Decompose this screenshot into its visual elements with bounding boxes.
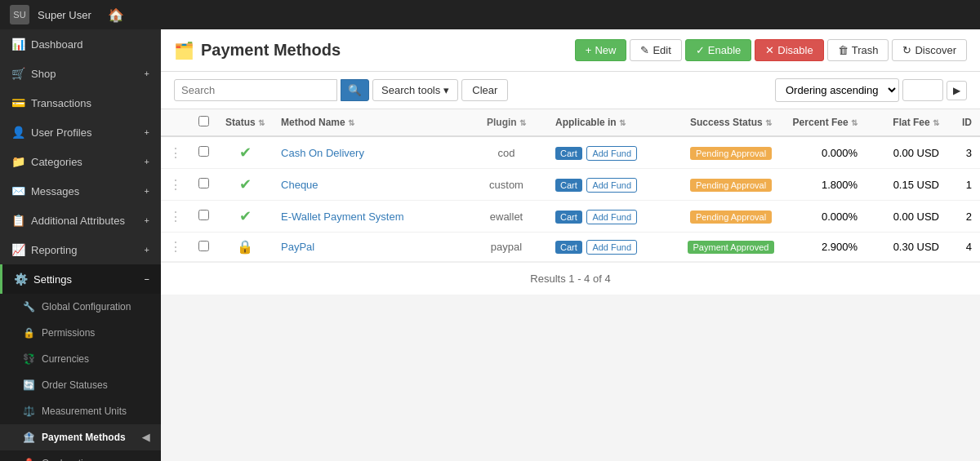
row-applicable-cell: Cart Add Fund: [547, 233, 678, 262]
method-name-link[interactable]: Cheque: [281, 179, 318, 191]
sidebar-item-additional-attributes[interactable]: 📋 Additional Attributes +: [0, 206, 161, 235]
col-header-check[interactable]: [190, 109, 217, 136]
method-name-link[interactable]: PayPal: [281, 241, 314, 253]
clear-button[interactable]: Clear: [461, 79, 508, 101]
sidebar: 📊 Dashboard 🛒 Shop + 💳 Transactions 👤 Us…: [0, 29, 161, 461]
col-header-applicable[interactable]: Applicable in ⇅: [547, 109, 678, 136]
row-success-status-cell: Payment Approved: [678, 233, 784, 262]
addfund-badge[interactable]: Add Fund: [586, 146, 637, 161]
status-enabled-icon: ✔: [239, 208, 252, 224]
row-checkbox-cell[interactable]: [190, 169, 217, 201]
row-checkbox[interactable]: [198, 241, 209, 251]
row-applicable-cell: Cart Add Fund: [547, 136, 678, 169]
messages-icon: ✉️: [11, 184, 24, 197]
drag-handle[interactable]: ⋮: [161, 169, 190, 201]
toolbar-buttons: + New ✎ Edit ✓ Enable ✕ Disable 🗑 Tra: [575, 39, 967, 61]
row-checkbox[interactable]: [198, 178, 209, 188]
cart-badge[interactable]: Cart: [555, 147, 582, 160]
addfund-badge[interactable]: Add Fund: [586, 178, 637, 193]
row-id-value: 3: [966, 147, 972, 159]
row-checkbox[interactable]: [198, 146, 209, 157]
sidebar-item-categories[interactable]: 📁 Categories +: [0, 147, 161, 176]
trash-button[interactable]: 🗑 Trash: [827, 39, 889, 61]
search-input[interactable]: [174, 79, 337, 101]
col-header-percent-fee[interactable]: Percent Fee ⇅: [784, 109, 866, 136]
row-checkbox[interactable]: [198, 210, 209, 220]
sort-icon: ⇅: [851, 118, 858, 127]
sidebar-item-label: Shop: [31, 68, 56, 80]
trash-icon: 🗑: [838, 44, 849, 56]
payment-methods-table: Status ⇅ Method Name ⇅ Plugin ⇅ Applic: [161, 109, 980, 262]
sidebar-item-transactions[interactable]: 💳 Transactions: [0, 88, 161, 117]
row-applicable-cell: Cart Add Fund: [547, 169, 678, 201]
drag-handle[interactable]: ⋮: [161, 136, 190, 169]
transactions-icon: 💳: [11, 96, 24, 109]
sidebar-item-messages[interactable]: ✉️ Messages +: [0, 176, 161, 206]
per-page-input[interactable]: 20: [902, 79, 943, 101]
edit-button[interactable]: ✎ Edit: [630, 39, 681, 61]
row-plugin-cell: paypal: [466, 233, 547, 262]
check-all-checkbox[interactable]: [198, 116, 209, 126]
method-name-link[interactable]: E-Wallet Payment System: [281, 211, 404, 223]
sidebar-item-user-profiles[interactable]: 👤 User Profiles +: [0, 117, 161, 147]
per-page-go-button[interactable]: ▶: [947, 81, 967, 100]
topbar-username: Super User: [38, 9, 91, 21]
sidebar-item-label: Reporting: [31, 244, 77, 256]
row-checkbox-cell[interactable]: [190, 201, 217, 233]
method-name-link[interactable]: Cash On Delivery: [281, 147, 364, 159]
sidebar-sub-item-geolocations[interactable]: 📍 Geolocations: [0, 450, 161, 461]
row-id-value: 4: [966, 241, 972, 253]
sidebar-item-dashboard[interactable]: 📊 Dashboard: [0, 29, 161, 59]
col-header-method-name[interactable]: Method Name ⇅: [273, 109, 466, 136]
search-tools-button[interactable]: Search tools ▾: [372, 79, 458, 101]
addfund-badge[interactable]: Add Fund: [586, 210, 637, 224]
row-checkbox-cell[interactable]: [190, 233, 217, 262]
expand-icon: +: [145, 245, 149, 255]
row-applicable-cell: Cart Add Fund: [547, 201, 678, 233]
col-header-success-status[interactable]: Success Status ⇅: [678, 109, 784, 136]
sidebar-item-settings[interactable]: ⚙️ Settings −: [0, 264, 161, 294]
sidebar-sub-item-global-configuration[interactable]: 🔧 Global Configuration: [0, 294, 161, 320]
col-header-id[interactable]: ID: [947, 109, 980, 136]
currencies-icon: 💱: [23, 353, 35, 365]
cart-badge[interactable]: Cart: [555, 241, 582, 254]
new-button[interactable]: + New: [575, 39, 627, 61]
sidebar-item-label: Settings: [33, 273, 72, 286]
row-checkbox-cell[interactable]: [190, 136, 217, 169]
flat-fee-value: 0.00 USD: [893, 147, 939, 159]
enable-button[interactable]: ✓ Enable: [685, 39, 751, 61]
topbar: SU Super User 🏠: [0, 0, 980, 29]
sidebar-sub-item-payment-methods[interactable]: 🏦 Payment Methods ◀: [0, 424, 161, 450]
row-method-name-cell: PayPal: [273, 233, 466, 262]
discover-button[interactable]: ↻ Discover: [892, 39, 967, 61]
disable-button[interactable]: ✕ Disable: [755, 39, 823, 61]
row-status-cell: ✔: [217, 169, 273, 201]
sidebar-sub-item-order-statuses[interactable]: 🔄 Order Statuses: [0, 372, 161, 398]
col-header-flat-fee[interactable]: Flat Fee ⇅: [866, 109, 947, 136]
sidebar-sub-item-currencies[interactable]: 💱 Currencies: [0, 346, 161, 372]
addfund-badge[interactable]: Add Fund: [586, 240, 637, 255]
home-icon[interactable]: 🏠: [108, 7, 124, 23]
row-success-status-cell: Pending Approval: [678, 169, 784, 201]
col-header-status[interactable]: Status ⇅: [217, 109, 273, 136]
sidebar-sub-item-permissions[interactable]: 🔒 Permissions: [0, 320, 161, 346]
row-plugin-cell: custom: [466, 169, 547, 201]
search-submit-button[interactable]: 🔍: [341, 79, 369, 101]
status-enabled-icon: ✔: [239, 144, 252, 161]
cart-badge[interactable]: Cart: [555, 179, 582, 192]
sort-icon: ⇅: [348, 118, 354, 127]
row-percent-fee-cell: 2.900%: [784, 233, 866, 262]
sidebar-sub-item-measurement-units[interactable]: ⚖️ Measurement Units: [0, 398, 161, 424]
drag-handle[interactable]: ⋮: [161, 201, 190, 233]
ordering-select[interactable]: Ordering ascending: [775, 78, 899, 102]
row-status-cell: ✔: [217, 136, 273, 169]
sidebar-item-reporting[interactable]: 📈 Reporting +: [0, 235, 161, 264]
col-header-plugin[interactable]: Plugin ⇅: [466, 109, 547, 136]
table-row: ⋮ ✔ Cash On Delivery cod Cart Add Fund P…: [161, 136, 980, 169]
sidebar-sub-item-label: Currencies: [42, 353, 89, 365]
discover-icon: ↻: [902, 44, 911, 56]
cart-badge[interactable]: Cart: [555, 211, 582, 224]
settings-collapse-icon: −: [145, 274, 149, 284]
sidebar-item-shop[interactable]: 🛒 Shop +: [0, 59, 161, 88]
drag-handle[interactable]: ⋮: [161, 233, 190, 262]
